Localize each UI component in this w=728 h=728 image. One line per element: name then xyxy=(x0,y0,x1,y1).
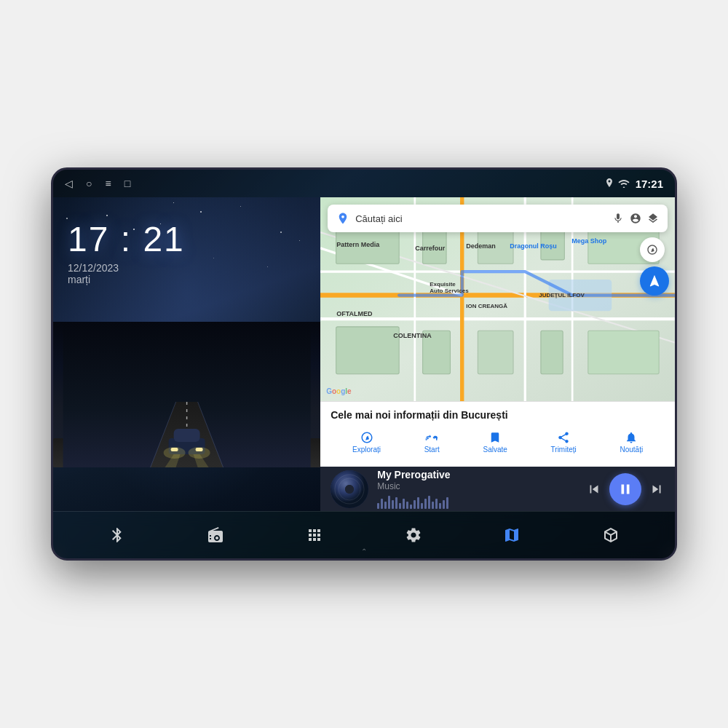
info-banner: Cele mai noi informații din București Ex… xyxy=(320,401,675,467)
map-label-ion-creanga: ION CREANGĂ xyxy=(466,303,507,309)
compass-button[interactable] xyxy=(640,237,665,262)
svg-rect-31 xyxy=(541,331,563,373)
menu-button[interactable]: ≡ xyxy=(105,178,111,189)
bluetooth-icon xyxy=(108,526,126,544)
play-pause-button[interactable] xyxy=(609,473,641,505)
settings-icon xyxy=(405,526,422,544)
music-controls xyxy=(586,473,665,505)
svg-point-10 xyxy=(189,447,210,459)
tab-noutati[interactable]: Noutăți xyxy=(614,428,649,456)
svg-rect-6 xyxy=(174,429,200,442)
google-logo: Google xyxy=(326,387,351,395)
wave-bar-20 xyxy=(446,497,448,509)
tab-noutati-label: Noutăți xyxy=(620,446,643,454)
wave-bar-9 xyxy=(406,502,408,509)
nav-bluetooth[interactable] xyxy=(100,518,135,553)
nav-settings[interactable] xyxy=(396,518,431,553)
tab-salvate-label: Salvate xyxy=(483,446,507,454)
search-right-icons xyxy=(612,213,659,224)
music-title: My Prerogative xyxy=(377,469,577,480)
wave-bar-11 xyxy=(414,500,416,509)
home-indicator[interactable]: ⌃ xyxy=(361,547,367,555)
wave-bar-16 xyxy=(432,502,434,509)
status-icons xyxy=(605,178,630,189)
map-label-dedeman: Dedeman xyxy=(466,242,496,250)
wave-bar-2 xyxy=(381,499,383,509)
map-label-pattern: Pattern Media xyxy=(336,241,379,248)
map-label-dragon: Dragonul Roșu xyxy=(510,242,557,250)
wave-bar-1 xyxy=(377,503,379,509)
nav-maps[interactable] xyxy=(494,518,529,553)
tab-explorati-label: Explorați xyxy=(352,446,381,454)
cube-icon xyxy=(602,526,620,544)
map-label-oftalmed: OFTALMED xyxy=(336,310,372,317)
nav-radio[interactable] xyxy=(198,518,233,553)
wave-bar-19 xyxy=(443,500,445,509)
apps-icon xyxy=(306,526,323,544)
map-area[interactable]: Pattern Media Carrefour Dragonul Roșu De… xyxy=(320,197,675,401)
right-panel: Pattern Media Carrefour Dragonul Roșu De… xyxy=(320,197,675,511)
navigate-button[interactable] xyxy=(640,266,669,296)
wave-bar-14 xyxy=(424,499,427,509)
notifications-icon xyxy=(625,431,638,444)
tab-explorati[interactable]: Explorați xyxy=(347,428,387,456)
left-panel: 17 : 21 12/12/2023 marți xyxy=(53,197,320,511)
svg-point-9 xyxy=(164,447,186,459)
radio-icon xyxy=(207,526,224,544)
tab-start-label: Start xyxy=(424,446,440,454)
nav-carplay[interactable] xyxy=(593,518,628,553)
music-info: My Prerogative Music xyxy=(377,469,577,509)
account-icon[interactable] xyxy=(630,213,641,224)
map-label-mega: Mega Shop xyxy=(571,237,606,245)
tab-trimiteti[interactable]: Trimiteți xyxy=(545,428,582,456)
map-search-bar[interactable]: Căutați aici xyxy=(328,205,668,232)
status-right: 17:21 xyxy=(605,178,663,190)
explore-icon xyxy=(360,431,373,444)
wave-bar-17 xyxy=(435,499,438,509)
wave-bar-3 xyxy=(384,502,387,509)
screen: ◁ ○ ≡ □ 17:21 xyxy=(53,170,675,558)
mic-icon[interactable] xyxy=(612,213,624,224)
svg-rect-30 xyxy=(478,331,514,373)
layers-icon[interactable] xyxy=(647,213,659,224)
back-button[interactable]: ◁ xyxy=(65,178,73,189)
prev-button[interactable] xyxy=(586,481,602,497)
bottom-nav: ⌃ xyxy=(53,511,675,558)
directions-icon xyxy=(425,431,438,444)
main-content: 17 : 21 12/12/2023 marți xyxy=(53,197,675,511)
next-button[interactable] xyxy=(649,481,665,497)
svg-point-34 xyxy=(331,470,368,508)
map-controls xyxy=(640,237,669,296)
wave-bar-5 xyxy=(392,500,394,509)
music-waveform xyxy=(377,494,577,509)
music-subtitle: Music xyxy=(377,481,577,491)
svg-text:♪: ♪ xyxy=(347,485,350,493)
home-button[interactable]: ○ xyxy=(86,178,92,189)
screenshot-button[interactable]: □ xyxy=(124,178,130,189)
svg-point-37 xyxy=(345,485,354,494)
tab-trimiteti-label: Trimiteți xyxy=(551,446,577,454)
music-player: ♪ My Prerogative Music xyxy=(320,467,675,511)
device: ◁ ○ ≡ □ 17:21 xyxy=(51,167,677,561)
tab-start[interactable]: Start xyxy=(419,428,446,456)
wave-bar-18 xyxy=(439,503,441,509)
location-icon xyxy=(605,178,614,189)
saved-icon xyxy=(488,431,502,444)
album-art: ♪ xyxy=(331,470,368,508)
map-label-colentina: COLENTINA xyxy=(393,332,432,339)
wave-bar-8 xyxy=(403,499,405,509)
clock-date: 12/12/2023 marți xyxy=(68,262,306,285)
wifi-icon xyxy=(618,179,630,188)
clock-area: 17 : 21 12/12/2023 marți xyxy=(68,212,306,285)
wave-bar-13 xyxy=(421,503,423,509)
share-icon xyxy=(557,431,570,444)
wave-bar-4 xyxy=(388,496,390,509)
maps-icon xyxy=(503,526,521,544)
tab-salvate[interactable]: Salvate xyxy=(478,428,513,456)
road-background xyxy=(53,322,320,467)
status-time: 17:21 xyxy=(636,178,663,190)
map-label-judetul: JUDEȚUL ILFOV xyxy=(539,292,585,298)
wave-bar-15 xyxy=(428,496,430,509)
nav-apps[interactable] xyxy=(297,518,332,553)
map-label-exquisite: ExquisiteAuto Services xyxy=(430,281,468,294)
